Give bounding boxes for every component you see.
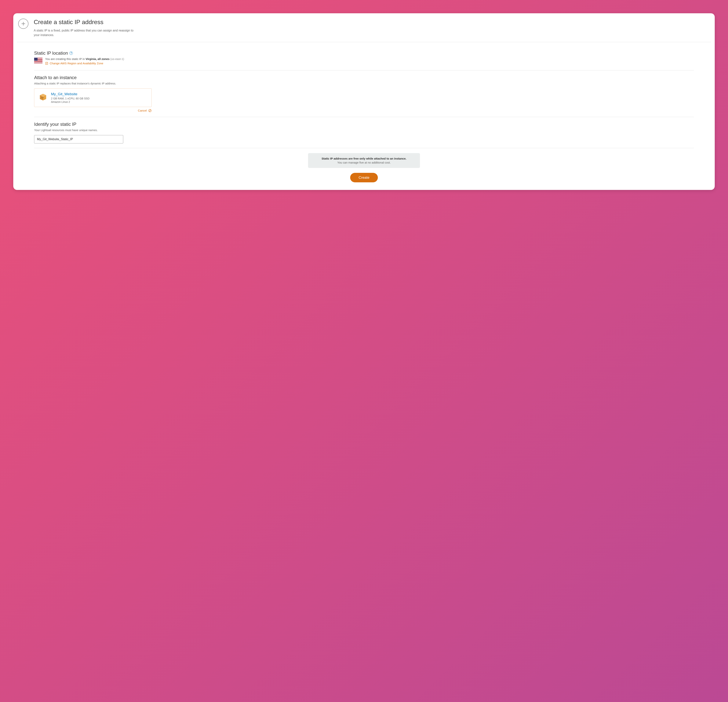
location-text: You are creating this static IP in Virgi…	[45, 57, 124, 61]
instance-card[interactable]: My_Git_Website 2 GB RAM, 1 vCPU, 60 GB S…	[34, 88, 152, 107]
us-flag-icon	[34, 58, 42, 64]
info-bold: Static IP addresses are free only while …	[314, 157, 414, 160]
help-icon[interactable]: ?	[69, 51, 73, 55]
location-heading: Static IP location ?	[34, 51, 694, 56]
plus-icon	[18, 19, 29, 29]
location-section: Static IP location ? You are creating th…	[13, 42, 715, 70]
header: Create a static IP address A static IP i…	[13, 13, 715, 42]
identify-heading: Identify your static IP	[34, 122, 694, 127]
identify-section: Identify your static IP Your Lightsail r…	[13, 117, 715, 148]
info-box: Static IP addresses are free only while …	[308, 153, 420, 168]
header-text: Create a static IP address A static IP i…	[34, 19, 140, 38]
instance-os: Amazon Linux 2	[51, 100, 90, 103]
package-box-icon	[39, 93, 47, 101]
cancel-link[interactable]: Cancel	[138, 109, 147, 112]
instance-specs: 2 GB RAM, 1 vCPU, 60 GB SSD	[51, 97, 90, 100]
cancel-icon[interactable]	[148, 109, 152, 112]
attach-subtitle: Attaching a static IP replaces that inst…	[34, 82, 694, 85]
svg-line-4	[149, 110, 151, 111]
page-subtitle: A static IP is a fixed, public IP addres…	[34, 28, 140, 38]
create-static-ip-card: Create a static IP address A static IP i…	[13, 13, 715, 190]
attach-section: Attach to an instance Attaching a static…	[13, 70, 715, 117]
change-region-link[interactable]: Change AWS Region and Availability Zone	[45, 62, 103, 65]
info-sub: You can manage five at no additional cos…	[314, 161, 414, 164]
page-title: Create a static IP address	[34, 19, 140, 26]
static-ip-name-input[interactable]	[34, 135, 123, 143]
create-button[interactable]: Create	[350, 173, 378, 182]
edit-icon	[45, 62, 48, 65]
attach-heading: Attach to an instance	[34, 75, 694, 80]
instance-name[interactable]: My_Git_Website	[51, 92, 90, 96]
footer: Static IP addresses are free only while …	[13, 148, 715, 190]
identify-subtitle: Your Lightsail resources must have uniqu…	[34, 129, 694, 132]
